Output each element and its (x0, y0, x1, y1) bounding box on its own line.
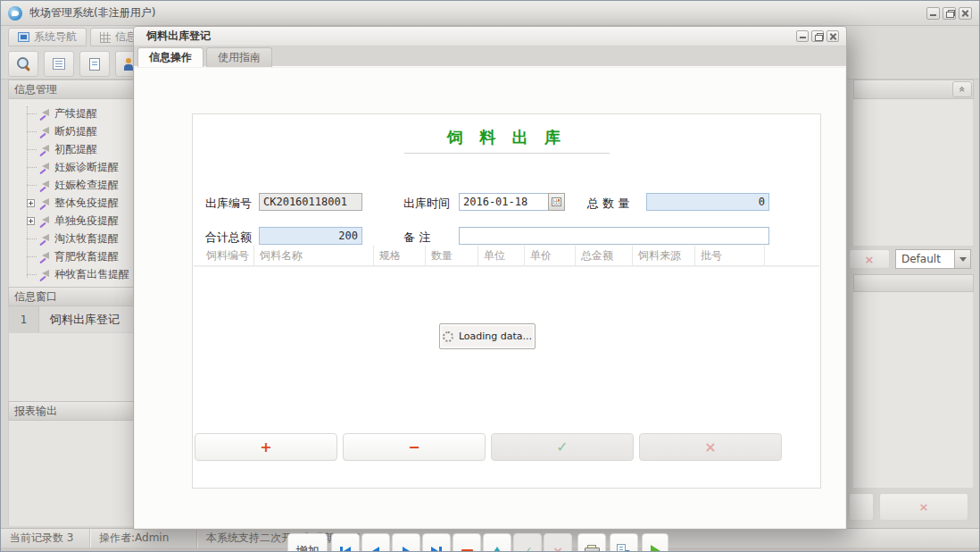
tree-item-label: 单独免疫提醒 (54, 213, 119, 229)
tree-item-label: 产犊提醒 (54, 106, 97, 121)
window-title: 牧场管理系统(非注册用户) (29, 5, 155, 21)
tree-item-label: 断奶提醒 (54, 124, 97, 139)
total-amount-field[interactable] (259, 227, 362, 245)
restore-icon[interactable] (943, 7, 956, 20)
dialog-minimize-icon[interactable] (796, 30, 809, 42)
dialog-titlebar[interactable]: 饲料出库登记 (134, 27, 846, 46)
column-header[interactable]: 单位 (478, 246, 525, 265)
run-button[interactable] (642, 533, 669, 552)
print-preview-button[interactable] (610, 533, 638, 552)
prev-record-button[interactable] (361, 533, 390, 552)
tree-item-individual-immunity[interactable]: 单独免疫提醒 (9, 212, 141, 230)
edit-record-button[interactable] (483, 533, 511, 552)
tree-item-pregnancy-check[interactable]: 妊娠检查提醒 (9, 176, 141, 194)
collapse-button[interactable]: « (952, 81, 972, 97)
column-header[interactable]: 饲料编号 (201, 246, 254, 265)
background-close-button[interactable]: × (879, 493, 968, 521)
x-icon: × (704, 439, 716, 456)
outbound-no-field[interactable] (259, 193, 362, 211)
background-button[interactable] (849, 493, 874, 521)
tree-item-label: 整体免疫提醒 (54, 196, 119, 211)
reminder-icon (39, 233, 51, 244)
outbound-time-field[interactable] (459, 193, 548, 211)
column-header[interactable]: 数量 (426, 246, 478, 265)
reminder-tree: 产犊提醒 断奶提醒 初配提醒 妊娠诊断提醒 妊娠检查提醒 整体免疫提醒 单独免疫… (8, 99, 142, 287)
delete-record-button[interactable] (453, 533, 481, 552)
last-record-button[interactable] (422, 533, 451, 552)
add-row-button[interactable]: + (195, 433, 337, 461)
tree-item-herd-immunity[interactable]: 整体免疫提醒 (9, 194, 141, 212)
column-header[interactable]: 批号 (695, 246, 765, 265)
column-header[interactable]: 规格 (374, 246, 426, 265)
tab-user-guide[interactable]: 使用指南 (206, 47, 272, 67)
record-count: 当前记录数 3 (1, 529, 90, 548)
column-header[interactable]: 饲料名称 (254, 246, 374, 265)
post-record-button[interactable]: ✓ (513, 533, 542, 552)
background-cancel-button[interactable]: × (849, 249, 890, 269)
expand-plus-icon[interactable] (27, 217, 35, 225)
search-button[interactable] (8, 51, 38, 77)
remark-label: 备 注 (403, 230, 430, 246)
dialog-controls (796, 30, 839, 42)
reminder-icon (39, 251, 51, 262)
cancel-button[interactable]: × (639, 433, 782, 461)
tree-item-fattening[interactable]: 育肥牧畜提醒 (9, 247, 141, 265)
document-icon (89, 58, 100, 71)
dialog-maximize-icon[interactable] (811, 30, 824, 42)
dialog-tabbar: 信息操作 使用指南 (134, 46, 846, 67)
column-header[interactable]: 总金额 (576, 246, 633, 265)
calendar-icon (552, 197, 561, 206)
post-check-icon: ✓ (522, 544, 533, 552)
add-record-button[interactable]: 增加 (287, 533, 328, 552)
tree-item-label: 育肥牧畜提醒 (54, 249, 119, 264)
search-icon (17, 57, 30, 71)
close-icon[interactable] (959, 7, 972, 20)
tree-item-culling[interactable]: 淘汰牧畜提醒 (9, 230, 141, 247)
sidebar-section-info-window[interactable]: 信息窗口 (8, 287, 142, 306)
title-underline (404, 153, 610, 154)
tree-item-weaning[interactable]: 断奶提醒 (9, 122, 141, 140)
row-label: 饲料出库登记 (39, 306, 141, 332)
default-combobox[interactable]: Default (895, 249, 971, 269)
column-header[interactable]: 饲料来源 (633, 246, 695, 265)
nav-button-label: 系统导航 (34, 29, 77, 45)
minus-icon: − (408, 439, 419, 456)
row-index: 1 (9, 306, 39, 332)
form-button[interactable] (44, 51, 74, 77)
sidebar-section-info-mgmt[interactable]: 信息管理 (8, 79, 142, 99)
expand-plus-icon[interactable] (27, 199, 35, 207)
form-panel: 饲 料 出 库 出库编号 出库时间 总 数 量 合计总额 备 注 (192, 113, 821, 489)
chevron-down-icon[interactable] (954, 250, 970, 268)
reminder-icon (39, 162, 51, 172)
tree-item-calving[interactable]: 产犊提醒 (9, 105, 141, 122)
dialog-close-icon[interactable] (826, 30, 839, 42)
next-record-button[interactable] (392, 533, 420, 552)
tree-item-breeding-sale[interactable]: 种牧畜出售提醒 (9, 265, 141, 283)
print-button[interactable] (577, 533, 606, 552)
app-window: 牧场管理系统(非注册用户) 系统导航 信息 « × Default (0, 0, 980, 552)
date-picker-button[interactable] (548, 193, 565, 211)
section-title: 信息窗口 (14, 289, 57, 305)
document-button[interactable] (79, 51, 110, 77)
nav-button[interactable]: 系统导航 (8, 28, 87, 46)
tab-info-operation[interactable]: 信息操作 (137, 47, 203, 67)
column-header[interactable]: 单价 (525, 246, 576, 265)
cancel-record-button[interactable]: × (544, 533, 572, 552)
first-record-button[interactable] (331, 533, 360, 552)
remove-row-button[interactable]: − (343, 433, 486, 461)
check-icon: ✓ (556, 439, 568, 456)
form-title: 饲 料 出 库 (193, 127, 820, 148)
confirm-button[interactable]: ✓ (491, 433, 634, 461)
tree-item-first-breeding[interactable]: 初配提醒 (9, 140, 141, 158)
tree-item-pregnancy-diagnosis[interactable]: 妊娠诊断提醒 (9, 158, 141, 176)
list-item[interactable]: 1 饲料出库登记 (9, 306, 141, 333)
grid-row-line (194, 266, 819, 267)
sidebar-section-report[interactable]: 报表输出 (8, 401, 142, 421)
monitor-icon (18, 32, 29, 42)
minimize-icon[interactable] (926, 7, 940, 20)
play-icon (651, 545, 660, 552)
remark-field[interactable] (459, 227, 769, 245)
reminder-icon (39, 180, 51, 190)
tree-item-label: 初配提醒 (54, 142, 97, 157)
total-qty-field[interactable] (646, 193, 769, 211)
